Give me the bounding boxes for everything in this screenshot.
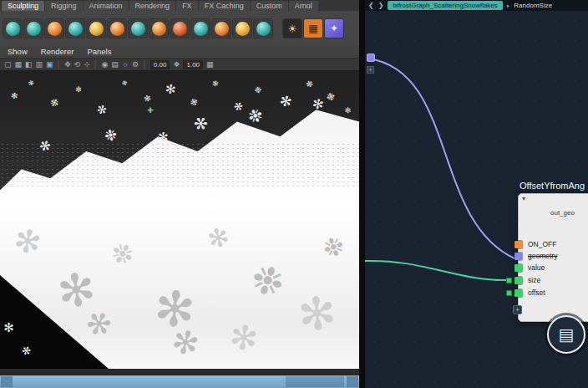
sculpt-tool-icon[interactable] [211,18,231,38]
port-label: ON_OFF [528,240,556,248]
effects-tool-icon[interactable]: ✦ [324,18,344,38]
panel-menubar: Show Renderer Panels [0,46,359,58]
shelf-tab-sculpting[interactable]: Sculpting [2,1,44,11]
snowflake: ✻ [165,82,177,96]
xray-icon[interactable]: ◉ [101,61,108,69]
sculpt-tool-icon[interactable] [232,18,252,38]
toolbar-separator: │ [142,60,147,69]
sculpt-tool-icon[interactable] [128,18,148,38]
port-square-on-off[interactable] [514,241,522,248]
bifrost-graph-panel: ❮ ❯ bifrostGraph_ScatteringSnowflakes ▸ … [365,0,588,388]
upstream-node-port[interactable] [367,54,375,62]
port-square-size[interactable] [514,277,522,284]
sculpt-tool-icon[interactable] [3,18,23,38]
nav-back-icon[interactable]: ❮ [368,0,374,11]
sculpt-tool-icon[interactable] [170,18,190,38]
textured-icon[interactable]: ▣ [46,61,53,69]
aov-icon[interactable]: ▦ [206,61,214,69]
sculpt-tool-icon[interactable] [190,18,210,38]
add-node-badge[interactable]: + [367,66,374,74]
offset-node[interactable]: OffsetYfromAng ▾ out_geo ON_OFF geometry [518,181,588,322]
sculpt-tool-icon[interactable] [44,18,64,38]
port-square-geometry[interactable] [514,253,522,260]
port-row-size[interactable]: size [519,275,588,286]
node-body[interactable]: ▾ out_geo ON_OFF geometry value [518,193,588,322]
sculpt-tool-icon[interactable] [253,18,273,38]
snowflake: ✻ [142,94,153,105]
menu-show[interactable]: Show [8,46,28,58]
port-row-on-off[interactable]: ON_OFF [519,239,588,250]
sculpt-tool-icon[interactable] [107,18,127,38]
snowflake: ❉ [189,96,200,108]
snowflake: ✻ [312,97,325,112]
sun-toggle-icon[interactable]: ☼ [122,61,129,69]
port-square-offset[interactable] [514,289,522,297]
port-row-value[interactable]: value [519,263,588,273]
size-input-connector[interactable] [506,278,512,283]
graph-tab[interactable]: bifrostGraph_ScatteringSnowflakes [388,1,502,10]
snowflake: ✻ [297,290,338,339]
viewport-toolbar: ▢ ▦ ◧ ▥ ▣ │ ✥ ⟲ ⊹ │ ◉ ▤ ☼ ⚙ │ 0.00 ❖ 1.0… [0,58,359,70]
menu-renderer[interactable]: Renderer [41,46,74,58]
light-icon[interactable]: ☀ [282,18,302,38]
node-graph-canvas[interactable]: + OffsetYfromAng ▾ out_geo ON_OFF geomet… [365,11,588,388]
shelf-tab-fx-caching[interactable]: FX Caching [199,1,250,11]
range-start-handle[interactable] [1,376,13,387]
geometry-wire[interactable] [368,59,514,258]
range-highlight [286,376,344,387]
select-camera-icon[interactable]: ▢ [4,61,12,69]
snowflake: ✻ [75,86,82,94]
isolate-icon[interactable]: ⊹ [84,61,90,69]
collapse-icon[interactable]: ▾ [522,196,525,202]
node-output-label: out_geo [550,209,575,217]
sculpt-tool-icon[interactable] [23,18,43,38]
wireframe-icon[interactable]: ▥ [36,61,43,69]
sculpt-tool-icon[interactable] [86,18,106,38]
snowflake: ❉ [245,105,266,126]
time-range-slider[interactable] [0,375,359,388]
snowflake: ❉ [121,79,129,88]
shelf-tab-rigging[interactable]: Rigging [45,1,83,11]
gamma-field[interactable]: 1.00 [183,60,203,69]
sculpt-tool-icon[interactable] [149,18,169,38]
port-square-value[interactable] [514,264,522,272]
distant-snow-speckles [0,142,359,190]
contrast-icon[interactable]: ❖ [173,61,180,69]
add-port-button[interactable]: + [513,305,522,314]
shelf-tab-custom[interactable]: Custom [251,1,288,11]
sculpt-tool-icon[interactable] [65,18,85,38]
port-row-offset[interactable]: offset [519,288,588,299]
grid-toggle-icon[interactable]: ▦ [15,61,23,69]
value-wire[interactable] [365,261,508,280]
node-library-button[interactable]: ▤ [547,315,585,354]
3d-viewport[interactable]: ✻ ✻ ❉ ✻ ✻ ❉ ✻ ✻ ❉ ✻ ✻ ❉ ✻ ✻ ❉ ✻ ✻ ❉ ✻ ✻ … [0,70,359,369]
snowflake: ✻ [28,79,35,87]
menu-panels[interactable]: Panels [87,46,111,58]
snowflake: ❉ [48,96,61,109]
node-document-icon: ▤ [559,326,575,343]
nav-forward-icon[interactable]: ❯ [378,0,384,11]
shelf-tab-animation[interactable]: Animation [84,1,129,11]
exposure-field[interactable]: 0.00 [150,60,170,69]
snowflake: ✻ [231,100,244,113]
shelf-tab-arnold[interactable]: Arnol [289,1,318,11]
snowflake: ✻ [278,94,293,110]
snowflake: ✻ [95,103,108,117]
panel-divider[interactable] [359,0,365,388]
grid-tool-icon[interactable]: ▦ [303,18,323,38]
offset-input-connector[interactable] [506,290,512,296]
shelf-tab-rendering[interactable]: Rendering [129,1,176,11]
maya-panel: Sculpting Rigging Animation Rendering FX… [0,0,359,388]
graph-breadcrumb-bar: ❮ ❯ bifrostGraph_ScatteringSnowflakes ▸ … [365,0,588,11]
port-row-geometry[interactable]: geometry [519,251,588,262]
cap-icon[interactable]: ▤ [111,61,119,69]
shading-icon[interactable]: ◧ [25,61,33,69]
lighting-icon[interactable]: ✥ [64,61,71,69]
manipulator-marker[interactable]: + [147,104,154,116]
settings-icon[interactable]: ⚙ [132,61,139,69]
refresh-icon[interactable]: ⟲ [74,61,81,69]
breadcrumb-current[interactable]: RandomSize [514,2,552,9]
range-end-handle[interactable] [347,376,358,387]
shelf-tab-fx[interactable]: FX [176,1,198,11]
node-title: OffsetYfromAng [520,181,588,191]
